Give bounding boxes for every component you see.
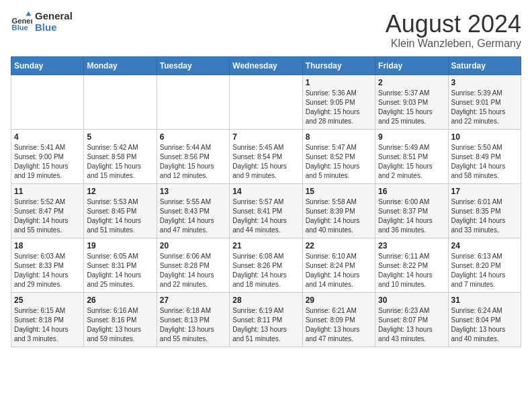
day-number: 19 bbox=[87, 241, 153, 250]
calendar-cell: 1Sunrise: 5:36 AMSunset: 9:05 PMDaylight… bbox=[302, 75, 375, 129]
calendar-cell: 4Sunrise: 5:41 AMSunset: 9:00 PMDaylight… bbox=[11, 129, 84, 183]
day-number: 20 bbox=[160, 241, 226, 250]
day-info: Sunrise: 6:13 AMSunset: 8:20 PMDaylight:… bbox=[451, 252, 518, 289]
header-friday: Friday bbox=[375, 56, 448, 75]
day-number: 28 bbox=[232, 295, 299, 305]
day-info: Sunrise: 5:53 AMSunset: 8:45 PMDaylight:… bbox=[87, 197, 153, 235]
day-number: 5 bbox=[87, 132, 153, 142]
calendar-cell: 18Sunrise: 6:03 AMSunset: 8:33 PMDayligh… bbox=[11, 238, 84, 292]
day-info: Sunrise: 6:10 AMSunset: 8:24 PMDaylight:… bbox=[306, 252, 372, 289]
day-info: Sunrise: 5:49 AMSunset: 8:51 PMDaylight:… bbox=[378, 143, 445, 181]
day-number: 7 bbox=[232, 132, 299, 142]
calendar-cell: 22Sunrise: 6:10 AMSunset: 8:24 PMDayligh… bbox=[302, 238, 375, 292]
day-number: 26 bbox=[87, 295, 153, 305]
calendar-cell: 28Sunrise: 6:19 AMSunset: 8:11 PMDayligh… bbox=[230, 292, 302, 347]
day-number: 31 bbox=[451, 295, 518, 305]
day-number: 14 bbox=[232, 187, 299, 196]
calendar-cell: 8Sunrise: 5:47 AMSunset: 8:52 PMDaylight… bbox=[302, 129, 375, 183]
calendar-cell: 25Sunrise: 6:15 AMSunset: 8:18 PMDayligh… bbox=[11, 292, 84, 347]
day-info: Sunrise: 6:18 AMSunset: 8:13 PMDaylight:… bbox=[160, 306, 226, 344]
calendar-cell: 29Sunrise: 6:21 AMSunset: 8:09 PMDayligh… bbox=[302, 292, 375, 347]
calendar-cell: 15Sunrise: 5:58 AMSunset: 8:39 PMDayligh… bbox=[302, 183, 375, 238]
day-info: Sunrise: 5:47 AMSunset: 8:52 PMDaylight:… bbox=[306, 143, 372, 181]
logo-blue: Blue bbox=[35, 22, 73, 34]
day-info: Sunrise: 5:37 AMSunset: 9:03 PMDaylight:… bbox=[378, 89, 445, 126]
calendar-cell: 9Sunrise: 5:49 AMSunset: 8:51 PMDaylight… bbox=[375, 129, 448, 183]
header-saturday: Saturday bbox=[448, 56, 521, 75]
day-info: Sunrise: 5:52 AMSunset: 8:47 PMDaylight:… bbox=[14, 197, 81, 235]
day-info: Sunrise: 5:57 AMSunset: 8:41 PMDaylight:… bbox=[232, 197, 299, 235]
svg-marker-2 bbox=[26, 11, 31, 15]
day-number: 16 bbox=[378, 187, 445, 196]
day-info: Sunrise: 6:16 AMSunset: 8:16 PMDaylight:… bbox=[87, 306, 153, 344]
day-number: 21 bbox=[232, 241, 299, 250]
calendar-cell: 20Sunrise: 6:06 AMSunset: 8:28 PMDayligh… bbox=[157, 238, 229, 292]
day-number: 29 bbox=[306, 295, 372, 305]
day-number: 11 bbox=[14, 187, 81, 196]
day-number: 18 bbox=[14, 241, 81, 250]
calendar-cell: 19Sunrise: 6:05 AMSunset: 8:31 PMDayligh… bbox=[84, 238, 157, 292]
day-info: Sunrise: 5:44 AMSunset: 8:56 PMDaylight:… bbox=[160, 143, 226, 181]
day-number: 12 bbox=[87, 187, 153, 196]
day-info: Sunrise: 6:15 AMSunset: 8:18 PMDaylight:… bbox=[14, 306, 81, 344]
calendar-body: 1Sunrise: 5:36 AMSunset: 9:05 PMDaylight… bbox=[11, 75, 521, 347]
calendar-cell: 5Sunrise: 5:42 AMSunset: 8:58 PMDaylight… bbox=[84, 129, 157, 183]
day-number: 8 bbox=[306, 132, 372, 142]
day-info: Sunrise: 6:08 AMSunset: 8:26 PMDaylight:… bbox=[232, 252, 299, 289]
day-info: Sunrise: 5:39 AMSunset: 9:01 PMDaylight:… bbox=[451, 89, 518, 126]
day-info: Sunrise: 6:24 AMSunset: 8:04 PMDaylight:… bbox=[451, 306, 518, 344]
calendar-cell bbox=[230, 75, 302, 129]
day-number: 27 bbox=[160, 295, 226, 305]
calendar-cell: 6Sunrise: 5:44 AMSunset: 8:56 PMDaylight… bbox=[157, 129, 229, 183]
calendar-cell: 7Sunrise: 5:45 AMSunset: 8:54 PMDaylight… bbox=[230, 129, 302, 183]
day-info: Sunrise: 5:36 AMSunset: 9:05 PMDaylight:… bbox=[306, 89, 372, 126]
header-tuesday: Tuesday bbox=[157, 56, 229, 75]
day-info: Sunrise: 6:05 AMSunset: 8:31 PMDaylight:… bbox=[87, 252, 153, 289]
header-sunday: Sunday bbox=[11, 56, 84, 75]
calendar-cell: 27Sunrise: 6:18 AMSunset: 8:13 PMDayligh… bbox=[157, 292, 229, 347]
logo-icon: General Blue bbox=[11, 11, 32, 33]
svg-text:Blue: Blue bbox=[12, 24, 28, 32]
day-number: 1 bbox=[306, 78, 372, 87]
day-number: 17 bbox=[451, 187, 518, 196]
day-info: Sunrise: 6:01 AMSunset: 8:35 PMDaylight:… bbox=[451, 197, 518, 235]
week-row-4: 18Sunrise: 6:03 AMSunset: 8:33 PMDayligh… bbox=[11, 238, 521, 292]
day-number: 3 bbox=[451, 78, 518, 87]
calendar-cell bbox=[84, 75, 157, 129]
day-number: 24 bbox=[451, 241, 518, 250]
header-wednesday: Wednesday bbox=[230, 56, 302, 75]
calendar-cell bbox=[11, 75, 84, 129]
calendar-cell: 31Sunrise: 6:24 AMSunset: 8:04 PMDayligh… bbox=[448, 292, 521, 347]
day-number: 30 bbox=[378, 295, 445, 305]
calendar-cell: 21Sunrise: 6:08 AMSunset: 8:26 PMDayligh… bbox=[230, 238, 302, 292]
calendar-table: SundayMondayTuesdayWednesdayThursdayFrid… bbox=[11, 56, 521, 347]
title-area: August 2024 Klein Wanzleben, Germany bbox=[386, 11, 521, 50]
day-info: Sunrise: 5:50 AMSunset: 8:49 PMDaylight:… bbox=[451, 143, 518, 181]
day-info: Sunrise: 6:11 AMSunset: 8:22 PMDaylight:… bbox=[378, 252, 445, 289]
week-row-1: 1Sunrise: 5:36 AMSunset: 9:05 PMDaylight… bbox=[11, 75, 521, 129]
day-number: 22 bbox=[306, 241, 372, 250]
calendar-cell: 14Sunrise: 5:57 AMSunset: 8:41 PMDayligh… bbox=[230, 183, 302, 238]
day-info: Sunrise: 5:41 AMSunset: 9:00 PMDaylight:… bbox=[14, 143, 81, 181]
day-number: 15 bbox=[306, 187, 372, 196]
header-monday: Monday bbox=[84, 56, 157, 75]
day-info: Sunrise: 6:21 AMSunset: 8:09 PMDaylight:… bbox=[306, 306, 372, 344]
calendar-cell: 16Sunrise: 6:00 AMSunset: 8:37 PMDayligh… bbox=[375, 183, 448, 238]
week-row-5: 25Sunrise: 6:15 AMSunset: 8:18 PMDayligh… bbox=[11, 292, 521, 347]
day-number: 6 bbox=[160, 132, 226, 142]
day-info: Sunrise: 6:06 AMSunset: 8:28 PMDaylight:… bbox=[160, 252, 226, 289]
day-number: 4 bbox=[14, 132, 81, 142]
header: General Blue General Blue August 2024 Kl… bbox=[11, 11, 521, 50]
day-number: 25 bbox=[14, 295, 81, 305]
day-number: 23 bbox=[378, 241, 445, 250]
day-info: Sunrise: 5:55 AMSunset: 8:43 PMDaylight:… bbox=[160, 197, 226, 235]
calendar-cell: 2Sunrise: 5:37 AMSunset: 9:03 PMDaylight… bbox=[375, 75, 448, 129]
header-row: SundayMondayTuesdayWednesdayThursdayFrid… bbox=[11, 56, 521, 75]
day-number: 2 bbox=[378, 78, 445, 87]
header-thursday: Thursday bbox=[302, 56, 375, 75]
calendar-cell: 3Sunrise: 5:39 AMSunset: 9:01 PMDaylight… bbox=[448, 75, 521, 129]
calendar-cell: 17Sunrise: 6:01 AMSunset: 8:35 PMDayligh… bbox=[448, 183, 521, 238]
day-info: Sunrise: 5:45 AMSunset: 8:54 PMDaylight:… bbox=[232, 143, 299, 181]
day-info: Sunrise: 5:42 AMSunset: 8:58 PMDaylight:… bbox=[87, 143, 153, 181]
calendar-cell: 11Sunrise: 5:52 AMSunset: 8:47 PMDayligh… bbox=[11, 183, 84, 238]
